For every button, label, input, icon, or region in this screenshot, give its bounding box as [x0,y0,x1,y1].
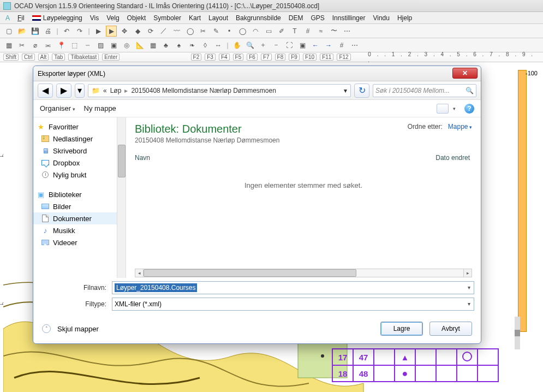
view-mode-button[interactable] [437,104,449,114]
tool2-zoomall-icon[interactable]: ⛶ [284,40,295,51]
menu-innstillinger[interactable]: Innstillinger [332,14,366,22]
arrange-by-dropdown[interactable]: Mappe [448,123,472,130]
tool2-zoomsel-icon[interactable]: ▣ [297,40,308,51]
breadcrumb[interactable]: 📁 « Løp ▸ 20150408 Mellomdistanse Nærløp… [88,84,351,97]
tool-move-icon[interactable]: ✥ [119,26,130,37]
column-headers[interactable]: Navn Dato endret [135,154,472,162]
tool2-grid-icon[interactable]: ▦ [147,40,158,51]
organiser-button[interactable]: Organiser [40,104,75,112]
tool2-shape-icon[interactable]: ◊ [200,40,211,51]
tool-freehand-icon[interactable]: ✐ [276,26,287,37]
tool2-pin-icon[interactable]: 📍 [56,40,67,51]
tool2-measure-icon[interactable]: 📐 [134,40,145,51]
tool2-zoomin-icon[interactable]: ＋ [258,40,268,51]
sidebar-item-videoer[interactable]: Videoer [33,236,126,248]
filename-input[interactable]: Løyper_20150408.Courses ▾ [112,281,474,294]
tool-path-icon[interactable]: 〜 [329,26,339,37]
tool-undo-icon[interactable]: ↶ [61,26,72,37]
sidebar-item-nylig-brukt[interactable]: Nylig brukt [33,169,126,181]
cancel-button[interactable]: Avbryt [429,322,472,336]
sidebar-item-nedlastinger[interactable]: Nedlastinger [33,133,126,145]
tool2-leaf-icon[interactable]: ❧ [187,40,198,51]
menu-kart[interactable]: Kart [189,14,201,22]
tool2-left-icon[interactable]: ← [310,40,321,51]
help-button[interactable]: ? [464,104,474,114]
tool-cut-icon[interactable]: ✂ [198,26,208,37]
dialog-title-bar[interactable]: Eksporter løyper (XML) ✕ [33,66,481,81]
close-button[interactable]: ✕ [452,68,478,79]
nav-history-button[interactable]: ▾ [75,84,85,98]
tool-line-icon[interactable]: ／ [158,26,169,37]
horizontal-scrollbar[interactable]: ◂ ▸ [135,268,472,278]
chevron-down-icon[interactable]: ▾ [453,106,456,111]
collapse-icon[interactable]: ˄ [42,324,51,333]
hide-folders-link[interactable]: Skjul mapper [57,325,99,333]
tool2-scissors-icon[interactable]: ✂ [16,40,27,51]
tool-new-icon[interactable]: ▢ [3,26,14,37]
tool2-dim-icon[interactable]: ↔ [213,40,224,51]
tool-rect-icon[interactable]: ▭ [263,26,274,37]
menu-fil[interactable]: FFilil [17,14,25,22]
sidebar-item-bilder[interactable]: Bilder [33,200,126,212]
sidebar-item-dokumenter[interactable]: Dokumenter [33,212,126,224]
nav-forward-button[interactable]: ▶ [56,84,71,98]
menu-layout[interactable]: Layout [208,14,228,22]
search-input[interactable]: Søk i 20150408 Mellom... 🔍 [373,84,476,97]
sidebar-item-musikk[interactable]: ♪ Musikk [33,224,126,236]
tool2-merge-icon[interactable]: ▣ [108,40,119,51]
tool-save-icon[interactable]: 💾 [29,26,40,37]
filetype-select[interactable]: XML-filer (*.xml) ▾ [112,298,474,311]
tool2-tree1-icon[interactable]: ♣ [160,40,171,51]
tool-print-icon[interactable]: 🖨 [43,26,53,37]
tool2-tree2-icon[interactable]: ♠ [174,40,184,51]
tool-play-active-icon[interactable]: ▶ [106,26,117,37]
tool2-dash-icon[interactable]: ┄ [82,40,93,51]
menu-vindu[interactable]: Vindu [373,14,389,22]
sidebar-item-dropbox[interactable]: Dropbox [33,157,126,169]
tool2-hole-icon[interactable]: ◎ [121,40,132,51]
tool2-right-icon[interactable]: → [323,40,334,51]
tool-redo-icon[interactable]: ↷ [74,26,85,37]
scroll-left-icon[interactable]: ◂ [135,269,144,277]
save-button[interactable]: Lagre [380,322,423,336]
tool-text-icon[interactable]: T [289,26,300,37]
tool-arc-icon[interactable]: ◠ [250,26,261,37]
refresh-button[interactable]: ↻ [354,84,369,98]
tool-open-icon[interactable]: 📂 [16,26,27,37]
vertical-scrollbar[interactable] [515,317,520,349]
tool-ellipse-icon[interactable]: ◯ [237,26,248,37]
menu-objekt[interactable]: Objekt [127,14,146,22]
tool2-a-icon[interactable]: ▦ [3,40,14,51]
tool-node-icon[interactable]: ◆ [132,26,143,37]
tool-more-icon[interactable]: ⋯ [342,26,353,37]
new-folder-button[interactable]: Ny mappe [84,104,116,112]
tool-circle-icon[interactable]: ◯ [184,26,195,37]
tool-rotate-icon[interactable]: ⟳ [145,26,156,37]
symbol-palette[interactable] [518,70,527,332]
nav-back-button[interactable]: ◀ [38,84,53,98]
menu-bakgrunnsbilde[interactable]: Bakgrunnsbilde [236,14,281,22]
menu-symboler[interactable]: Symboler [153,14,181,22]
tool2-gridsnap-icon[interactable]: # [336,40,347,51]
sidebar-item-skrivebord[interactable]: 🖥 Skrivebord [33,145,126,157]
menu-velg[interactable]: Velg [106,14,119,22]
sidebar-item-favoritter[interactable]: ★ Favoritter [33,121,126,133]
tool2-erase-icon[interactable]: ⌀ [29,40,40,51]
chevron-down-icon[interactable]: ▾ [468,301,470,307]
tool-num-icon[interactable]: # [302,26,313,37]
menu-vis[interactable]: Vis [90,14,99,22]
column-date[interactable]: Dato endret [435,154,470,162]
tool2-zoom-icon[interactable]: 🔍 [244,40,255,51]
tool-play-icon[interactable]: ▶ [93,26,104,37]
menu-gps[interactable]: GPS [311,14,324,22]
tool2-crop-icon[interactable]: ⬚ [69,40,80,51]
sidebar-item-biblioteker[interactable]: ▣ Biblioteker [33,188,126,200]
column-name[interactable]: Navn [135,154,435,162]
tool-wave-icon[interactable]: ≈ [315,26,326,37]
scroll-right-icon[interactable]: ▸ [463,269,472,277]
breadcrumb-dropdown-icon[interactable]: ▾ [344,87,347,94]
tool2-more-icon[interactable]: ⋯ [349,40,360,51]
tool-curve-icon[interactable]: 〰 [171,26,182,37]
tool2-join-icon[interactable]: ⫘ [43,40,53,51]
tool2-fill-icon[interactable]: ▨ [95,40,106,51]
